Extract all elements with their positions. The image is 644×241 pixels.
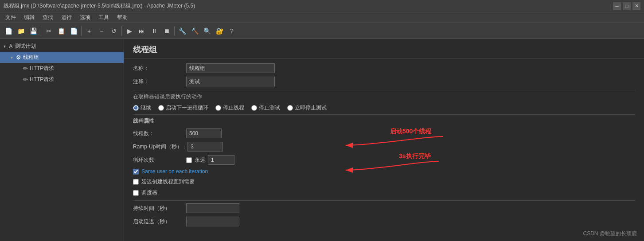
tree-node-icon: ✏ xyxy=(23,65,28,72)
toolbar-add-btn-1[interactable]: − xyxy=(96,25,107,37)
radio-label-1: 启动下一进程循环 xyxy=(166,104,208,112)
title-bar: 线程组.jmx (D:\Software\apache-jmeter-5.5\b… xyxy=(0,0,644,12)
forever-group: 永远 xyxy=(186,155,234,165)
radio-input-1[interactable] xyxy=(158,105,164,111)
radio-input-3[interactable] xyxy=(251,105,257,111)
toolbar-btn-1[interactable]: 📋 xyxy=(55,25,67,37)
start-delay-row: 启动延迟（秒） xyxy=(133,217,635,226)
radio-item-1[interactable]: 启动下一进程循环 xyxy=(158,104,208,112)
toolbar-sep-3 xyxy=(121,26,122,36)
tree-node-icon: ✏ xyxy=(23,76,28,83)
menu-item-选项[interactable]: 选项 xyxy=(76,13,94,22)
tree-node-icon: ⚙ xyxy=(16,54,21,61)
start-delay-input[interactable] xyxy=(186,217,239,226)
loop-count-row: 循环次数 永远 xyxy=(133,155,635,165)
radio-label-3: 停止测试 xyxy=(259,104,280,112)
separator-1 xyxy=(133,90,635,90)
menu-item-工具[interactable]: 工具 xyxy=(95,13,113,22)
form-section: 名称： 注释： 在取样器错误后要执行的动作 继续启动下一进程循环停止线程停止测试… xyxy=(124,59,644,234)
radio-input-2[interactable] xyxy=(215,105,221,111)
toolbar-run-btn-1[interactable]: ⏭ xyxy=(136,25,148,37)
right-panel: 线程组 名称： 注释： 在取样器错误后要执行的动作 继续启动下一进程循环停止线程… xyxy=(124,39,644,241)
scheduler-checkbox[interactable] xyxy=(133,190,139,196)
toolbar-add-btn-0[interactable]: + xyxy=(83,25,95,37)
scheduler-row: 调度器 xyxy=(133,189,635,197)
toolbar-run-btn-2[interactable]: ⏸ xyxy=(148,25,160,37)
name-row: 名称： xyxy=(133,63,635,73)
maximize-button[interactable]: □ xyxy=(623,2,631,10)
toolbar-save[interactable]: 💾 xyxy=(27,25,39,37)
main-content: ▾A测试计划▾⚙线程组 ✏HTTP请求 ✏HTTP请求 线程组 名称： 注释： … xyxy=(0,39,644,241)
toolbar-misc-btn-1[interactable]: 🔨 xyxy=(189,25,200,37)
radio-item-4[interactable]: 立即停止测试 xyxy=(287,104,327,112)
same-user-checkbox[interactable] xyxy=(133,169,139,175)
toolbar-sep-2 xyxy=(81,26,82,36)
toolbar: 📄📁💾✂📋📄+−↺▶⏭⏸⏹🔧🔨🔍🔐? xyxy=(0,23,644,39)
delayed-checkbox[interactable] xyxy=(133,179,139,185)
minimize-button[interactable]: ─ xyxy=(613,2,621,10)
panel-title: 线程组 xyxy=(124,39,644,59)
toolbar-misc-btn-2[interactable]: 🔍 xyxy=(201,25,213,37)
loop-count-input[interactable] xyxy=(208,155,234,165)
ramp-up-input[interactable] xyxy=(187,142,223,152)
toolbar-run-btn-0[interactable]: ▶ xyxy=(124,25,135,37)
sidebar-item-thread-group[interactable]: ▾⚙线程组 xyxy=(0,52,124,63)
menu-item-文件[interactable]: 文件 xyxy=(2,13,20,22)
toolbar-add-btn-2[interactable]: ↺ xyxy=(108,25,120,37)
comment-input[interactable] xyxy=(186,77,275,86)
name-input[interactable] xyxy=(186,63,275,73)
menu-item-帮助[interactable]: 帮助 xyxy=(113,13,131,22)
menu-item-运行[interactable]: 运行 xyxy=(58,13,75,22)
forever-checkbox[interactable] xyxy=(186,157,192,163)
duration-row: 持续时间（秒） xyxy=(133,203,635,213)
menu-item-编辑[interactable]: 编辑 xyxy=(20,13,38,22)
watermark: CSDN @眺望的长颈鹿 xyxy=(583,230,637,237)
toolbar-run-btn-3[interactable]: ⏹ xyxy=(161,25,172,37)
loop-count-label: 循环次数 xyxy=(133,156,186,164)
toolbar-btn-0[interactable]: ✂ xyxy=(43,25,55,37)
error-action-radios: 继续启动下一进程循环停止线程停止测试立即停止测试 xyxy=(133,104,635,112)
radio-input-0[interactable] xyxy=(133,105,139,111)
toolbar-misc-btn-4[interactable]: ? xyxy=(226,25,238,37)
close-button[interactable]: ✕ xyxy=(632,2,640,10)
sidebar-item-http-request-1[interactable]: ✏HTTP请求 xyxy=(0,63,124,74)
toolbar-misc-btn-3[interactable]: 🔐 xyxy=(214,25,225,37)
thread-props-title: 线程属性 xyxy=(133,117,635,125)
tree-arrow-icon: ▾ xyxy=(4,44,9,49)
sidebar-item-test-plan[interactable]: ▾A测试计划 xyxy=(0,41,124,52)
window-title: 线程组.jmx (D:\Software\apache-jmeter-5.5\b… xyxy=(4,2,195,10)
radio-label-4: 立即停止测试 xyxy=(295,104,327,112)
menu-item-查找[interactable]: 查找 xyxy=(39,13,57,22)
tree-node-label: HTTP请求 xyxy=(30,76,54,83)
sidebar-item-http-request-2[interactable]: ✏HTTP请求 xyxy=(0,74,124,85)
tree-arrow-icon: ▾ xyxy=(11,55,16,60)
window-controls: ─ □ ✕ xyxy=(613,2,640,10)
tree-node-label: HTTP请求 xyxy=(30,65,54,72)
name-label: 名称： xyxy=(133,65,186,72)
sidebar: ▾A测试计划▾⚙线程组 ✏HTTP请求 ✏HTTP请求 xyxy=(0,39,124,241)
toolbar-btn-2[interactable]: 📄 xyxy=(68,25,79,37)
toolbar-new[interactable]: 📄 xyxy=(3,25,14,37)
same-user-label: Same user on each iteration xyxy=(141,168,208,175)
same-user-row: Same user on each iteration xyxy=(133,168,635,175)
ramp-up-label: Ramp-Up时间（秒）： xyxy=(133,143,187,151)
start-delay-label: 启动延迟（秒） xyxy=(133,218,186,225)
radio-item-2[interactable]: 停止线程 xyxy=(215,104,244,112)
delayed-row: 延迟创建线程直到需要 xyxy=(133,178,635,186)
radio-item-3[interactable]: 停止测试 xyxy=(251,104,280,112)
toolbar-open[interactable]: 📁 xyxy=(15,25,27,37)
thread-count-label: 线程数： xyxy=(133,130,186,137)
thread-count-input[interactable] xyxy=(186,128,222,138)
comment-label: 注释： xyxy=(133,78,186,86)
duration-input[interactable] xyxy=(186,203,239,213)
toolbar-misc-btn-0[interactable]: 🔧 xyxy=(176,25,188,37)
thread-count-row: 线程数： xyxy=(133,128,635,138)
radio-input-4[interactable] xyxy=(287,105,293,111)
radio-item-0[interactable]: 继续 xyxy=(133,104,151,112)
comment-row: 注释： xyxy=(133,77,635,86)
toolbar-sep-1 xyxy=(41,26,41,36)
separator-3 xyxy=(133,200,635,201)
error-action-label: 在取样器错误后要执行的动作 xyxy=(133,93,635,101)
tree-node-icon: A xyxy=(9,43,13,50)
ramp-up-row: Ramp-Up时间（秒）： xyxy=(133,142,635,152)
